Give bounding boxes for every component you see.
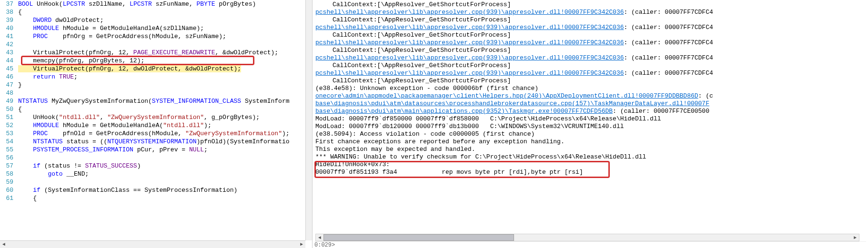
scrollbar-track[interactable] (323, 234, 851, 241)
line-number: 49 (0, 97, 13, 105)
code-token (18, 162, 33, 169)
code-token: NULL (189, 146, 204, 153)
code-line[interactable]: NTSTATUS status = ((NTQUERYSYSTEMINFORMA… (18, 138, 312, 146)
code-token: } (18, 81, 22, 89)
code-token: szDllName, (85, 0, 130, 8)
code-token (18, 187, 33, 194)
debug-text: (e38.4e58): Unknown exception - code 000… (315, 85, 538, 92)
debug-text: CallContext:[\AppResolver_GetShortcutFor… (333, 16, 511, 23)
code-token (18, 130, 33, 137)
code-token (18, 122, 33, 129)
code-token: hModule = GetModuleHandleA(szDllName); (59, 25, 204, 32)
debug-line: *** WARNING: Unable to verify checksum f… (315, 153, 865, 161)
code-line[interactable]: { (18, 194, 312, 202)
horizontal-scrollbar[interactable]: ◄ ► (315, 234, 859, 241)
code-area[interactable]: 3738394041424344454647484950515253545556… (0, 0, 312, 248)
source-link[interactable]: onecore\admin\appmodel\packagemanager\cl… (315, 92, 698, 99)
scrollbar-thumb[interactable] (323, 234, 514, 241)
code-token: PSYSTEM_PROCESS_INFORMATION (33, 146, 133, 153)
code-token: SYSTEM_INFORMATION_CLASS (152, 98, 241, 105)
scroll-left-arrow[interactable]: ◄ (316, 234, 323, 241)
code-line[interactable]: if (status != STATUS_SUCCESS) (18, 162, 312, 170)
code-line[interactable]: PROC pfnOld = GetProcAddress(hModule, "Z… (18, 129, 312, 138)
debug-text: : (c (698, 92, 713, 99)
code-token: { (18, 106, 22, 113)
debug-line: CallContext:[\AppResolver_GetShortcutFor… (315, 62, 865, 69)
debug-text: HideDll!UnHook+0x73: (315, 161, 390, 168)
code-line[interactable]: return TRUE; (18, 73, 312, 81)
source-link[interactable]: pcshell\shell\appresolver\lib\appresolve… (315, 39, 624, 46)
scroll-left-arrow[interactable]: ◄ (0, 242, 8, 247)
code-token (18, 25, 33, 32)
code-line[interactable]: HMODULE hModule = GetModuleHandleA(szDll… (18, 24, 312, 32)
code-token: VirtualProtect(pfnOrg, 12, dwOldProtect,… (18, 65, 241, 72)
code-token: UnHook( (33, 0, 62, 8)
code-line[interactable]: } (18, 81, 312, 89)
code-token: LPCSTR (63, 0, 85, 8)
code-line[interactable]: VirtualProtect(pfnOrg, 12, PAGE_EXECUTE_… (18, 49, 312, 57)
debug-text: This exception may be expected and handl… (315, 146, 475, 153)
code-token: ; (74, 73, 78, 80)
debug-line: 00007ff9`df851193 f3a4 rep movs byte ptr… (315, 169, 865, 176)
debug-line: ModLoad: 00007ff9`df850000 00007ff9`df85… (315, 115, 865, 123)
code-line[interactable]: UnHook("ntdll.dll", "ZwQuerySystemInform… (18, 113, 312, 121)
line-number: 50 (0, 105, 13, 113)
line-number: 60 (0, 186, 13, 194)
line-number: 41 (0, 32, 13, 40)
code-token: hModule = GetModuleHandleA( (59, 122, 163, 129)
source-link[interactable]: pcshell\shell\appresolver\lib\appresolve… (315, 24, 624, 31)
code-token: LPCSTR (130, 0, 152, 8)
code-line[interactable]: { (18, 105, 312, 113)
code-line[interactable]: HMODULE hModule = GetModuleHandleA("ntdl… (18, 121, 312, 129)
code-token: __END; (63, 170, 89, 178)
line-number: 53 (0, 129, 13, 138)
code-line[interactable]: PROC pfnOrg = GetProcAddress(hModule, sz… (18, 32, 312, 40)
line-number: 45 (0, 65, 13, 73)
code-token: ; (204, 146, 208, 153)
debug-text: : (caller: 00007FF7CDFC4 (624, 54, 713, 61)
debugger-output[interactable]: CallContext:[\AppResolver_GetShortcutFor… (313, 0, 868, 234)
code-line[interactable] (18, 154, 312, 162)
code-line[interactable]: { (18, 8, 312, 16)
source-link[interactable]: base\diagnosis\pdui\atm\main\application… (315, 108, 613, 115)
source-link[interactable]: pcshell\shell\appresolver\lib\appresolve… (315, 54, 624, 61)
debug-text: ModLoad: 00007ff9`db120000 00007ff9`db13… (315, 123, 624, 130)
debug-text: ModLoad: 00007ff9`df850000 00007ff9`df85… (315, 115, 661, 122)
scroll-right-arrow[interactable]: ► (298, 242, 305, 247)
code-line[interactable]: goto __END; (18, 170, 312, 178)
code-line[interactable]: BOOL UnHook(LPCSTR szDllName, LPCSTR szF… (18, 0, 312, 8)
debug-line: ModLoad: 00007ff9`db120000 00007ff9`db13… (315, 123, 865, 130)
source-link[interactable]: base\diagnosis\pdui\atm\datasources\proc… (315, 100, 709, 107)
code-line[interactable]: VirtualProtect(pfnOrg, 12, dwOldProtect,… (18, 65, 312, 73)
code-line[interactable]: PSYSTEM_PROCESS_INFORMATION pCur, pPrev … (18, 146, 312, 154)
code-token: PBYTE (197, 0, 215, 8)
line-number: 61 (0, 194, 13, 202)
debug-text: CallContext:[\AppResolver_GetShortcutFor… (333, 62, 511, 69)
debug-text: CallContext:[\AppResolver_GetShortcutFor… (333, 47, 511, 54)
code-line[interactable]: DWORD dwOldProtect; (18, 16, 312, 24)
horizontal-scrollbar[interactable]: ◄ ► (0, 240, 305, 248)
line-number: 58 (0, 170, 13, 178)
code-token: goto (48, 170, 62, 178)
code-line[interactable] (18, 178, 312, 186)
code-token (18, 33, 33, 40)
code-lines[interactable]: BOOL UnHook(LPCSTR szDllName, LPCSTR szF… (16, 0, 312, 248)
line-number: 40 (0, 24, 13, 32)
code-line[interactable]: NTSTATUS MyZwQuerySystemInformation(SYST… (18, 97, 312, 105)
code-line[interactable] (18, 40, 312, 49)
code-token: "ZwQuerySystemInformation" (107, 114, 204, 121)
code-token: , g_pOrgBytes); (204, 114, 260, 121)
code-token (18, 73, 33, 80)
code-token: ); (282, 130, 290, 137)
vertical-scrollbar[interactable] (305, 0, 312, 240)
code-token: (status != (40, 162, 85, 169)
source-link[interactable]: pcshell\shell\appresolver\lib\appresolve… (315, 69, 624, 77)
code-token: "ntdll.dll" (163, 122, 204, 129)
source-link[interactable]: pcshell\shell\appresolver\lib\appresolve… (315, 9, 624, 16)
code-token: NTSTATUS (18, 98, 48, 105)
scroll-right-arrow[interactable]: ► (851, 234, 859, 241)
code-line[interactable]: if (SystemInformationClass == SystemProc… (18, 186, 312, 194)
code-line[interactable]: memcpy(pfnOrg, pOrgBytes, 12); (18, 57, 312, 65)
debugger-prompt[interactable]: 0:029> (314, 241, 866, 248)
code-line[interactable] (18, 89, 312, 97)
